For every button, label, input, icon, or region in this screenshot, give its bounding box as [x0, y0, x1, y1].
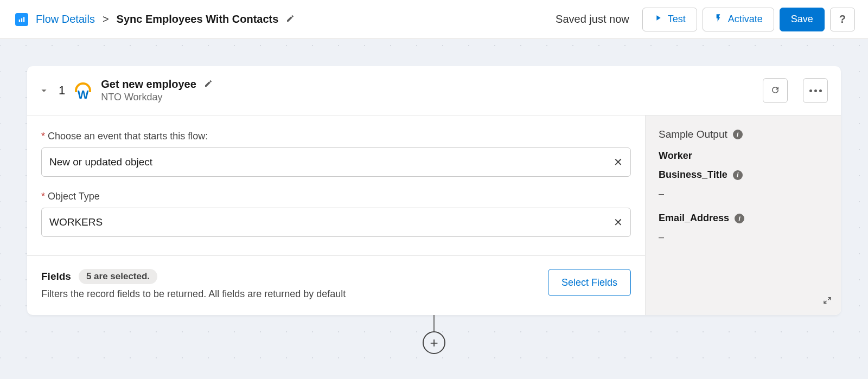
breadcrumb-sep: > [103, 13, 109, 25]
svg-rect-0 [19, 20, 20, 22]
activate-label: Activate [728, 14, 763, 25]
test-button[interactable]: Test [642, 8, 697, 31]
help-button[interactable]: ? [830, 8, 855, 31]
save-label: Save [791, 14, 813, 25]
workday-icon: W [74, 81, 92, 100]
activate-button[interactable]: Activate [703, 8, 774, 31]
fields-selected-badge: 5 are selected. [79, 269, 157, 284]
flow-canvas: 1 W Get new employee NTO Workday [0, 39, 868, 379]
output-key-1: Email_Address [659, 213, 729, 224]
output-val-0: – [659, 188, 828, 200]
event-label: Choose an event that starts this flow: [41, 131, 631, 142]
output-key-0: Business_Title [659, 169, 727, 181]
header-actions: Test Activate Save ? [642, 8, 855, 31]
step-config: Choose an event that starts this flow: N… [27, 115, 646, 315]
play-icon [654, 14, 662, 25]
step-card: 1 W Get new employee NTO Workday [27, 66, 841, 315]
flow-details-icon [15, 13, 28, 26]
step-header: 1 W Get new employee NTO Workday [27, 66, 841, 115]
event-combobox[interactable]: New or updated object ✕ [41, 147, 631, 177]
object-type-value: WORKERS [49, 216, 614, 228]
breadcrumb-flow-details[interactable]: Flow Details [36, 13, 95, 25]
info-icon[interactable]: i [733, 170, 743, 180]
more-button[interactable] [803, 78, 828, 103]
select-fields-button[interactable]: Select Fields [548, 269, 631, 296]
clear-icon[interactable]: ✕ [614, 157, 623, 168]
sample-output-title: Sample Output [659, 129, 727, 140]
step-connector: NTO Workday [101, 92, 213, 103]
bolt-icon [714, 14, 723, 25]
chevron-down-icon[interactable] [38, 85, 50, 97]
app-header: Flow Details > Sync Employees With Conta… [0, 0, 868, 39]
fields-section: Fields 5 are selected. Filters the recor… [27, 255, 645, 315]
output-val-1: – [659, 232, 828, 243]
svg-rect-1 [21, 18, 22, 22]
info-icon[interactable]: i [735, 214, 744, 223]
save-status: Saved just now [556, 13, 629, 25]
event-value: New or updated object [49, 156, 614, 168]
save-button[interactable]: Save [780, 8, 825, 31]
plus-icon: + [430, 335, 438, 351]
fields-description: Filters the record fields to be returned… [41, 288, 537, 300]
refresh-icon [770, 85, 780, 97]
fields-title: Fields [41, 271, 71, 282]
more-icon [809, 89, 822, 92]
breadcrumb: Flow Details > Sync Employees With Conta… [15, 13, 295, 26]
info-icon[interactable]: i [733, 130, 743, 139]
step-labels: Get new employee NTO Workday [101, 78, 213, 103]
help-label: ? [839, 13, 846, 25]
clear-icon[interactable]: ✕ [614, 217, 623, 228]
sample-output-panel: Sample Output i Worker Business_Title i … [646, 115, 841, 315]
output-root-key: Worker [659, 150, 828, 162]
step-title: Get new employee [101, 78, 196, 91]
pencil-icon[interactable] [204, 79, 213, 90]
pencil-icon[interactable] [286, 13, 295, 25]
svg-rect-2 [23, 17, 24, 22]
flow-name: Sync Employees With Contacts [117, 13, 279, 25]
add-step-button[interactable]: + [423, 331, 445, 354]
test-label: Test [668, 14, 686, 25]
object-type-combobox[interactable]: WORKERS ✕ [41, 208, 631, 237]
select-fields-label: Select Fields [561, 277, 617, 288]
step-number: 1 [59, 83, 65, 98]
step-body: Choose an event that starts this flow: N… [27, 115, 841, 315]
object-type-label: Object Type [41, 191, 631, 202]
refresh-button[interactable] [763, 78, 788, 103]
expand-icon[interactable] [822, 296, 832, 307]
step-connector-line: + [27, 315, 841, 340]
